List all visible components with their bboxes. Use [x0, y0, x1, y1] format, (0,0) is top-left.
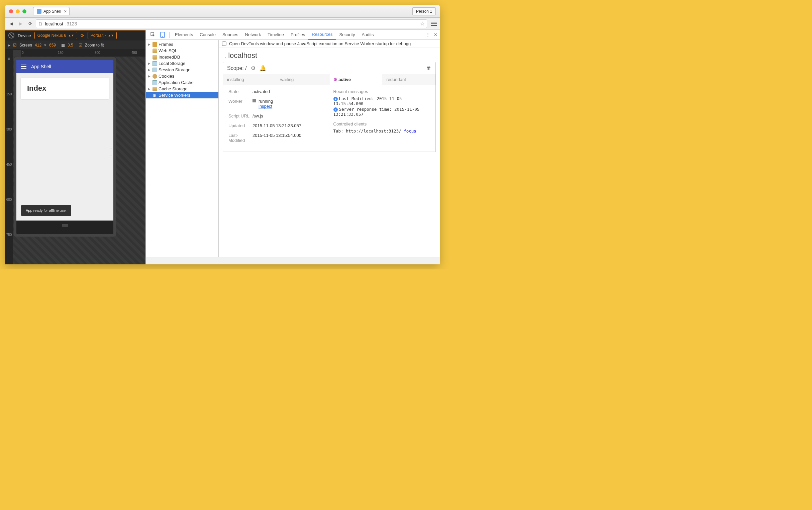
close-tab-icon[interactable]: ×	[64, 9, 66, 14]
content-card: Index	[21, 78, 109, 99]
state-label: State	[229, 89, 252, 94]
client-line: Tab: http://localhost:3123/ focus	[333, 129, 430, 134]
traffic-lights	[9, 9, 26, 13]
tab-timeline[interactable]: Timeline	[264, 30, 287, 40]
pause-on-start-checkbox[interactable]	[222, 41, 227, 46]
screen-label: Screen	[20, 43, 32, 48]
more-icon[interactable]: ⋮	[426, 32, 430, 37]
dim-sep: ×	[44, 43, 47, 48]
menu-button[interactable]	[431, 22, 437, 26]
sw-tab-redundant[interactable]: redundant	[382, 74, 435, 85]
inspect-link[interactable]: inspect	[259, 104, 272, 109]
resources-tree: ▶FramesWeb SQLIndexedDB▶Local Storage▶Se…	[146, 40, 219, 257]
screen-height[interactable]: 659	[49, 43, 56, 48]
forward-button[interactable]: ▶	[17, 20, 24, 27]
card-heading: Index	[27, 84, 103, 93]
ruler-horizontal: 0 150 300 450	[21, 50, 146, 57]
tree-item-session-storage[interactable]: ▶Session Storage	[146, 66, 218, 73]
log-line: iLast-Modified: 2015-11-05 13:15:54.000	[333, 96, 430, 106]
focus-link[interactable]: focus	[404, 129, 416, 134]
sw-tab-waiting[interactable]: waiting	[276, 74, 329, 85]
device-select[interactable]: Google Nexus 6▲▼	[34, 32, 77, 39]
recent-apps-icon[interactable]	[62, 225, 68, 227]
device-subbar: ▸ ☑ Screen 412 × 659 ▦ 3.5 ☑ Zoom to fit	[5, 40, 146, 50]
drawer-toggle-icon[interactable]: ▸	[8, 43, 10, 48]
device-frame: App Shell Index App ready for offline us…	[17, 60, 113, 234]
sw-tab-active[interactable]: ⚙ active	[329, 74, 383, 85]
tab-console[interactable]: Console	[196, 30, 219, 40]
sw-scope: Scope: / ⚙ 🔔 🗑 installing waiting ⚙ acti…	[223, 62, 436, 85]
service-worker-panel: Open DevTools window and pause JavaScrip…	[219, 40, 440, 257]
close-devtools-icon[interactable]: ×	[434, 32, 437, 38]
tab-elements[interactable]: Elements	[172, 30, 196, 40]
gear-icon[interactable]: ⚙	[251, 65, 255, 71]
tree-item-web-sql[interactable]: Web SQL	[146, 48, 218, 54]
nav-bar	[17, 221, 113, 231]
toast: App ready for offline use.	[21, 205, 71, 216]
devtools-drawer[interactable]	[146, 257, 440, 264]
tree-item-cache-storage[interactable]: ▶Cache Storage	[146, 86, 218, 92]
dpr-value[interactable]: 3.5	[67, 43, 73, 48]
profile-button[interactable]: Person 1	[412, 7, 436, 16]
tree-item-frames[interactable]: ▶Frames	[146, 41, 218, 48]
tab-security[interactable]: Security	[336, 30, 358, 40]
dpr-icon: ▦	[61, 43, 65, 48]
devtools-body: ▶FramesWeb SQLIndexedDB▶Local Storage▶Se…	[146, 40, 440, 257]
device-mode-pane: Device Google Nexus 6▲▼ ⟳ Portrait -▲▼ ▸…	[5, 30, 146, 264]
back-button[interactable]: ◀	[8, 20, 15, 27]
device-bar: Device Google Nexus 6▲▼ ⟳ Portrait -▲▼	[5, 30, 146, 40]
address-bar[interactable]: 🗋 localhost:3123 ☆	[36, 20, 427, 28]
script-label: Script URL	[229, 113, 252, 118]
scrollbar-handle-icon[interactable]: ⋮⋮⋮	[108, 147, 112, 157]
tab-network[interactable]: Network	[242, 30, 265, 40]
updated-value: 2015-11-05 13:21:33.057	[252, 123, 325, 128]
tree-item-local-storage[interactable]: ▶Local Storage	[146, 60, 218, 66]
worker-label: Worker	[229, 99, 252, 109]
sw-state-tabs: installing waiting ⚙ active redundant	[223, 74, 435, 85]
orientation-select[interactable]: Portrait -▲▼	[88, 32, 117, 39]
swap-icon[interactable]: ⟳	[81, 33, 84, 38]
tab-profiles[interactable]: Profiles	[287, 30, 308, 40]
zoom-checkbox[interactable]: ☑	[79, 43, 82, 48]
bookmark-star-icon[interactable]: ☆	[420, 21, 425, 27]
tree-item-indexeddb[interactable]: IndexedDB	[146, 54, 218, 60]
screen-checkbox[interactable]: ☑	[13, 43, 17, 48]
tab-title: App Shell	[43, 9, 61, 14]
tree-item-application-cache[interactable]: Application Cache	[146, 79, 218, 86]
sw-details: Stateactivated Workerrunninginspect Scri…	[223, 85, 436, 152]
block-icon[interactable]	[8, 32, 14, 38]
url-port: :3123	[65, 21, 77, 26]
sw-tab-installing[interactable]: installing	[223, 74, 276, 85]
tab-sources[interactable]: Sources	[219, 30, 242, 40]
device-screen[interactable]: App Shell Index App ready for offline us…	[17, 60, 113, 221]
script-value: /sw.js	[252, 113, 325, 118]
content-area: Device Google Nexus 6▲▼ ⟳ Portrait -▲▼ ▸…	[5, 30, 440, 264]
screen-width[interactable]: 412	[35, 43, 41, 48]
trash-icon[interactable]: 🗑	[426, 65, 431, 71]
menu-icon[interactable]	[21, 64, 26, 68]
modified-label: Last-Modified	[229, 133, 252, 143]
window-titlebar: App Shell × Person 1	[5, 5, 440, 18]
browser-tab[interactable]: App Shell ×	[33, 7, 69, 16]
zoom-window-icon[interactable]	[22, 9, 26, 13]
tree-item-service-workers[interactable]: ⚙Service Workers	[146, 92, 218, 98]
inspect-element-icon[interactable]	[149, 32, 158, 37]
reload-button[interactable]: ⟳	[26, 20, 34, 27]
device-viewport: 0 150 300 450 600 750 App Shell	[5, 57, 146, 264]
tree-item-cookies[interactable]: ▶Cookies	[146, 73, 218, 79]
page-favicon-icon	[37, 9, 41, 14]
browser-window: App Shell × Person 1 ◀ ▶ ⟳ 🗋 localhost:3…	[5, 5, 440, 264]
bell-icon[interactable]: 🔔	[260, 65, 266, 71]
worker-status: running	[259, 99, 273, 104]
tab-audits[interactable]: Audits	[358, 30, 377, 40]
toggle-device-icon[interactable]	[158, 32, 167, 38]
scope-label: Scope: /	[227, 65, 247, 71]
device-label: Device	[18, 33, 31, 38]
tab-resources[interactable]: Resources	[308, 30, 336, 40]
stop-icon[interactable]	[252, 99, 256, 103]
log-line: iServer response time: 2015-11-05 13:21:…	[333, 107, 430, 117]
navigation-toolbar: ◀ ▶ ⟳ 🗋 localhost:3123 ☆	[5, 18, 440, 30]
page-icon: 🗋	[38, 21, 43, 26]
close-window-icon[interactable]	[9, 9, 13, 13]
minimize-window-icon[interactable]	[16, 9, 20, 13]
